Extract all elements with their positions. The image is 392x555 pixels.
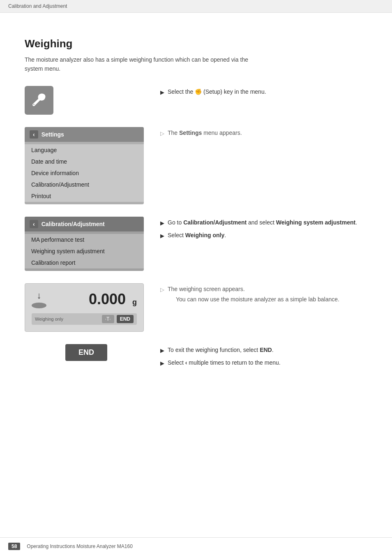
step-4-result: ▷ The weighing screen appears. You can n… xyxy=(160,283,367,308)
weighing-screen-result-text: The weighing screen appears. xyxy=(168,285,339,294)
menu-item-device-info[interactable]: Device information xyxy=(25,167,144,179)
weighing-footer: Weighing only ·T· END xyxy=(32,313,137,325)
footer-text: Operating Instructions Moisture Analyzer… xyxy=(27,543,132,549)
instruction-line-3b: ▶ Select Weighing only. xyxy=(160,231,367,240)
settings-menu-items: Language Date and time Device informatio… xyxy=(25,142,144,204)
settings-back-button[interactable]: ‹ xyxy=(30,130,38,139)
section-description: The moisture analyzer also has a simple … xyxy=(25,55,263,74)
arrow-open-icon-2: ▷ xyxy=(160,286,164,294)
arrow-filled-icon-3a: ▶ xyxy=(160,219,164,227)
end-button-large[interactable]: END xyxy=(65,344,107,361)
step-2-result: ▷ The Settings menu appears. xyxy=(160,127,367,142)
submenu-item-weighing-system[interactable]: Weighing system adjustment xyxy=(25,245,144,257)
calibration-menu-area: ‹ Calibration/Adjustment MA performance … xyxy=(25,217,148,271)
weighing-screen-area: ↓ 0.000 g Weighing only ·T· END xyxy=(25,283,148,332)
arrow-filled-icon-5b: ▶ xyxy=(160,359,164,368)
wrench-icon xyxy=(31,92,47,109)
calibration-menu-header: ‹ Calibration/Adjustment xyxy=(25,217,144,231)
tare-button[interactable]: ·T· xyxy=(102,315,114,323)
calibration-menu-title: Calibration/Adjustment xyxy=(42,221,105,227)
instruction-line-3a: ▶ Go to Calibration/Adjustment and selec… xyxy=(160,218,367,227)
settings-menu-area: ‹ Settings Language Date and time Device… xyxy=(25,127,148,204)
step-5-row: END ▶ To exit the weighing function, sel… xyxy=(25,344,367,372)
weight-icon-area: ↓ xyxy=(32,290,46,308)
arrow-filled-icon-5a: ▶ xyxy=(160,347,164,355)
setup-icon-area xyxy=(25,86,148,115)
instruction-line-1: ▶ Select the ✊ (Setup) key in the menu. xyxy=(160,88,367,97)
menu-item-printout[interactable]: Printout xyxy=(25,190,144,202)
menu-item-calibration-adjustment[interactable]: Calibration/Adjustment xyxy=(25,179,144,190)
result-line-1: ▷ The Settings menu appears. xyxy=(160,129,367,138)
instruction-line-5a: ▶ To exit the weighing function, select … xyxy=(160,346,367,355)
step-5-instructions: ▶ To exit the weighing function, select … xyxy=(160,344,367,372)
weighing-only-label: Weighing only xyxy=(35,317,63,321)
submenu-item-calibration-report[interactable]: Calibration report xyxy=(25,257,144,268)
weight-pan xyxy=(32,303,46,308)
weighing-display: ↓ 0.000 g xyxy=(32,290,137,308)
page-footer: 58 Operating Instructions Moisture Analy… xyxy=(0,537,392,555)
settings-menu-widget: ‹ Settings Language Date and time Device… xyxy=(25,127,144,204)
arrow-open-icon: ▷ xyxy=(160,130,164,138)
menu-item-language[interactable]: Language xyxy=(25,144,144,156)
step-3-row: ‹ Calibration/Adjustment MA performance … xyxy=(25,217,367,271)
menu-item-date-time[interactable]: Date and time xyxy=(25,156,144,167)
step-1-row: ▶ Select the ✊ (Setup) key in the menu. xyxy=(25,86,367,115)
result-line-2: ▷ The weighing screen appears. You can n… xyxy=(160,285,367,304)
end-button-small[interactable]: END xyxy=(117,315,134,323)
settings-menu-title: Settings xyxy=(42,131,64,138)
step-4-row: ↓ 0.000 g Weighing only ·T· END ▷ xyxy=(25,283,367,332)
step-2-row: ‹ Settings Language Date and time Device… xyxy=(25,127,367,204)
weight-unit: g xyxy=(132,298,137,307)
settings-menu-header: ‹ Settings xyxy=(25,127,144,142)
calibration-back-button[interactable]: ‹ xyxy=(30,220,38,228)
instruction-line-5b: ▶ Select ‹ multiple times to return to t… xyxy=(160,358,367,368)
weight-value: 0.000 xyxy=(53,291,126,308)
arrow-filled-icon: ▶ xyxy=(160,88,164,97)
setup-icon-box xyxy=(25,86,53,115)
calibration-menu-widget: ‹ Calibration/Adjustment MA performance … xyxy=(25,217,144,271)
weighing-screen-result-sub: You can now use the moisture analyzer as… xyxy=(176,295,339,304)
weighing-footer-buttons: ·T· END xyxy=(102,315,134,323)
submenu-item-performance-test[interactable]: MA performance test xyxy=(25,234,144,245)
arrow-filled-icon-3b: ▶ xyxy=(160,232,164,240)
end-button-area: END xyxy=(25,344,148,361)
weight-arrow-icon: ↓ xyxy=(37,290,42,301)
section-title: Weighing xyxy=(25,37,367,50)
step-1-instruction: ▶ Select the ✊ (Setup) key in the menu. xyxy=(160,86,367,101)
page-number: 58 xyxy=(8,543,20,550)
calibration-menu-items: MA performance test Weighing system adju… xyxy=(25,231,144,271)
breadcrumb: Calibration and Adjustment xyxy=(0,0,392,13)
step-3-instructions: ▶ Go to Calibration/Adjustment and selec… xyxy=(160,217,367,244)
weighing-screen-widget: ↓ 0.000 g Weighing only ·T· END xyxy=(25,283,144,332)
